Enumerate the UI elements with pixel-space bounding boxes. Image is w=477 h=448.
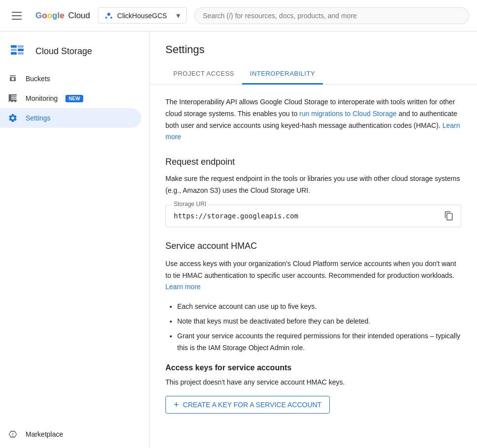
logo-g2: g bbox=[52, 11, 57, 21]
create-key-button[interactable]: + CREATE A KEY FOR A SERVICE ACCOUNT bbox=[165, 396, 330, 414]
migrations-link[interactable]: run migrations to Cloud Storage bbox=[299, 110, 397, 118]
sidebar: Cloud Storage Buckets Monitoring NEW Set… bbox=[0, 31, 150, 448]
search-input[interactable] bbox=[203, 12, 461, 20]
main-layout: Cloud Storage Buckets Monitoring NEW Set… bbox=[0, 31, 477, 448]
svg-rect-3 bbox=[11, 45, 17, 48]
topbar: Google Cloud ClickHouseGCS ▾ bbox=[0, 0, 477, 31]
access-keys-empty: This project doesn't have any service ac… bbox=[165, 378, 461, 386]
bullet-list: Each service account can use up to five … bbox=[165, 301, 461, 354]
content-body: The Interoperability API allows Google C… bbox=[150, 85, 477, 425]
page-title: Settings bbox=[165, 43, 461, 56]
monitoring-icon bbox=[8, 93, 18, 103]
storage-uri-field: Storage URI https://storage.googleapis.c… bbox=[165, 205, 461, 227]
sidebar-item-marketplace[interactable]: Marketplace bbox=[0, 424, 141, 444]
storage-uri-label: Storage URI bbox=[172, 201, 208, 208]
bullet-item-3: Grant your service accounts the required… bbox=[177, 330, 461, 354]
project-name: ClickHouseGCS bbox=[117, 12, 172, 20]
learn-more-link-hmac[interactable]: Learn more bbox=[165, 283, 201, 291]
request-endpoint-title: Request endpoint bbox=[165, 157, 461, 167]
sidebar-title: Cloud Storage bbox=[35, 46, 92, 57]
svg-rect-7 bbox=[11, 52, 17, 55]
sidebar-item-buckets[interactable]: Buckets bbox=[0, 69, 141, 89]
logo-g: G bbox=[35, 11, 42, 21]
sidebar-header: Cloud Storage bbox=[0, 35, 149, 69]
storage-icon bbox=[8, 41, 28, 61]
logo-e: e bbox=[60, 11, 64, 21]
copy-button[interactable] bbox=[441, 208, 457, 224]
settings-icon bbox=[8, 113, 18, 123]
project-selector[interactable]: ClickHouseGCS ▾ bbox=[98, 7, 187, 24]
service-account-hmac-title: Service account HMAC bbox=[165, 241, 461, 251]
content-header: Settings bbox=[150, 31, 477, 56]
intro-paragraph: The Interoperability API allows Google C… bbox=[165, 96, 461, 143]
sidebar-item-label: Monitoring bbox=[26, 94, 58, 102]
svg-point-2 bbox=[110, 16, 112, 18]
buckets-icon bbox=[8, 74, 18, 84]
svg-rect-6 bbox=[18, 49, 24, 51]
tab-interoperability[interactable]: INTEROPERABILITY bbox=[242, 64, 323, 85]
request-endpoint-description: Make sure the request endpoint in the to… bbox=[165, 173, 461, 197]
svg-rect-4 bbox=[18, 45, 24, 48]
plus-icon: + bbox=[174, 400, 179, 409]
svg-point-1 bbox=[105, 16, 107, 18]
menu-button[interactable] bbox=[8, 6, 28, 26]
content-area: Settings PROJECT ACCESS INTEROPERABILITY… bbox=[150, 31, 477, 448]
service-account-description: Use access keys with your organization's… bbox=[165, 258, 461, 293]
sidebar-item-monitoring[interactable]: Monitoring NEW bbox=[0, 89, 141, 108]
sidebar-item-label: Marketplace bbox=[26, 430, 63, 438]
logo-o1: o bbox=[42, 11, 47, 21]
access-keys-title: Access keys for service accounts bbox=[165, 363, 461, 372]
create-key-label: CREATE A KEY FOR A SERVICE ACCOUNT bbox=[183, 401, 322, 409]
dropdown-arrow-icon: ▾ bbox=[176, 11, 180, 20]
logo-o2: o bbox=[47, 11, 52, 21]
new-badge: NEW bbox=[65, 95, 83, 102]
bullet-item-1: Each service account can use up to five … bbox=[177, 301, 461, 313]
bullet-item-2: Note that keys must be deactivated befor… bbox=[177, 316, 461, 328]
tab-project-access[interactable]: PROJECT ACCESS bbox=[165, 64, 242, 85]
storage-uri-value: https://storage.googleapis.com bbox=[174, 212, 298, 220]
svg-rect-5 bbox=[11, 49, 17, 51]
google-cloud-logo[interactable]: Google Cloud bbox=[35, 11, 90, 21]
sidebar-item-settings[interactable]: Settings bbox=[0, 108, 141, 128]
sidebar-item-label: Settings bbox=[26, 114, 51, 122]
marketplace-icon bbox=[8, 429, 18, 439]
logo-cloud: Cloud bbox=[68, 11, 90, 21]
tabs-container: PROJECT ACCESS INTEROPERABILITY bbox=[150, 64, 477, 85]
search-bar[interactable] bbox=[194, 7, 469, 24]
svg-rect-8 bbox=[18, 52, 24, 55]
svg-point-0 bbox=[107, 13, 110, 16]
project-icon bbox=[104, 11, 113, 20]
sidebar-item-label: Buckets bbox=[26, 75, 50, 83]
service-account-desc-text: Use access keys with your organization's… bbox=[165, 260, 456, 279]
